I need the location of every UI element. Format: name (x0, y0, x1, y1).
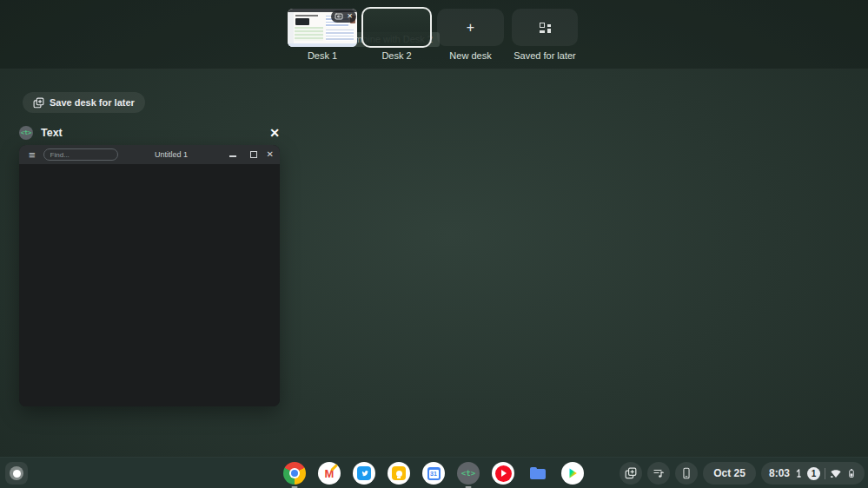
desk-1-thumbnail[interactable]: ✕ (288, 9, 357, 47)
files-icon (530, 469, 546, 479)
phone-icon (680, 467, 692, 479)
chrome-icon (283, 462, 306, 485)
notification-count-badge: 1 (807, 467, 820, 480)
play-store-icon (561, 462, 584, 485)
thumb-text-lines (326, 30, 354, 41)
combine-desks-icon[interactable] (335, 12, 343, 21)
close-icon[interactable]: ✕ (267, 145, 274, 164)
shelf-app-youtube-music[interactable] (492, 462, 514, 485)
desks-bar: Combine with Desk 2 ✕ (0, 0, 868, 69)
save-desk-icon (33, 97, 44, 109)
save-desk-label: Save desk for later (50, 97, 135, 108)
arrow-up-icon (794, 468, 803, 478)
close-window-icon[interactable]: ✕ (269, 125, 280, 141)
launcher-icon (10, 466, 23, 480)
youtube-music-icon (492, 462, 514, 485)
media-controls-icon (653, 467, 665, 479)
desk-1-label[interactable]: Desk 1 (288, 50, 357, 61)
battery-icon (846, 467, 857, 479)
wifi-icon (830, 468, 842, 478)
thumb-footer-bar (288, 43, 357, 47)
save-desk-for-later-button[interactable]: Save desk for later (23, 92, 145, 113)
shelf-app-text[interactable]: <t> (457, 462, 480, 485)
status-area-button[interactable]: 8:03 1 (761, 462, 865, 485)
shelf: M 31 (0, 457, 868, 488)
minimize-icon[interactable] (229, 155, 236, 157)
window-preview-title: Text (41, 127, 63, 139)
desk-2-label[interactable]: Desk 2 (361, 50, 432, 61)
desk-hover-actions: ✕ (331, 10, 356, 23)
text-app-icon: <t> (19, 126, 33, 140)
window-preview-header: <t> Text ✕ (19, 125, 280, 141)
shelf-apps: M 31 (283, 462, 584, 485)
new-desk-label: New desk (437, 50, 504, 61)
gmail-pencil (330, 464, 337, 471)
thumb-table-rows (295, 27, 323, 41)
overview-screen: Combine with Desk 2 ✕ (0, 0, 868, 488)
thumb-heading-line (295, 15, 318, 16)
media-controls-button[interactable] (647, 462, 670, 485)
desks-tray-button[interactable] (620, 462, 642, 485)
find-input[interactable] (43, 148, 118, 161)
status-tray: Oct 25 8:03 1 (620, 462, 865, 485)
twitter-icon (353, 462, 375, 485)
text-editor-icon: <t> (457, 462, 480, 485)
date-label: Oct 25 (713, 467, 745, 479)
thumb-image-block (295, 18, 309, 25)
thumb-page-sidebar (288, 12, 294, 47)
menu-icon[interactable]: ≡ (29, 149, 36, 161)
shelf-app-play-store[interactable] (561, 462, 584, 485)
desks-icon (625, 467, 637, 479)
document-title: Untitled 1 (141, 150, 202, 159)
divider (825, 468, 825, 479)
calendar-date-button[interactable]: Oct 25 (703, 462, 756, 485)
shelf-app-chrome[interactable] (283, 462, 306, 485)
calendar-icon: 31 (422, 462, 445, 485)
phone-hub-button[interactable] (675, 462, 698, 485)
launcher-button[interactable] (5, 462, 28, 485)
saved-for-later-button[interactable] (512, 9, 578, 46)
gmail-icon: M (318, 462, 341, 485)
maximize-icon[interactable] (250, 151, 257, 158)
new-desk-button[interactable]: + (437, 9, 504, 46)
shelf-app-gmail[interactable]: M (318, 462, 341, 485)
shelf-app-files[interactable] (527, 462, 549, 485)
saved-desks-grid-icon (539, 22, 551, 34)
shelf-app-calendar[interactable]: 31 (422, 462, 445, 485)
text-app-titlebar: ≡ Untitled 1 ✕ (19, 145, 280, 164)
desk-2-thumbnail-active[interactable] (361, 7, 432, 48)
editor-content-area[interactable] (19, 164, 280, 406)
keep-icon (388, 462, 410, 485)
text-app-window-preview[interactable]: ≡ Untitled 1 ✕ (19, 145, 280, 406)
shelf-app-keep[interactable] (388, 462, 410, 485)
close-desk-icon[interactable]: ✕ (347, 13, 353, 20)
saved-for-later-label: Saved for later (512, 50, 578, 61)
plus-icon: + (467, 20, 474, 36)
shelf-app-twitter[interactable] (353, 462, 375, 485)
time-label: 8:03 (769, 467, 790, 479)
